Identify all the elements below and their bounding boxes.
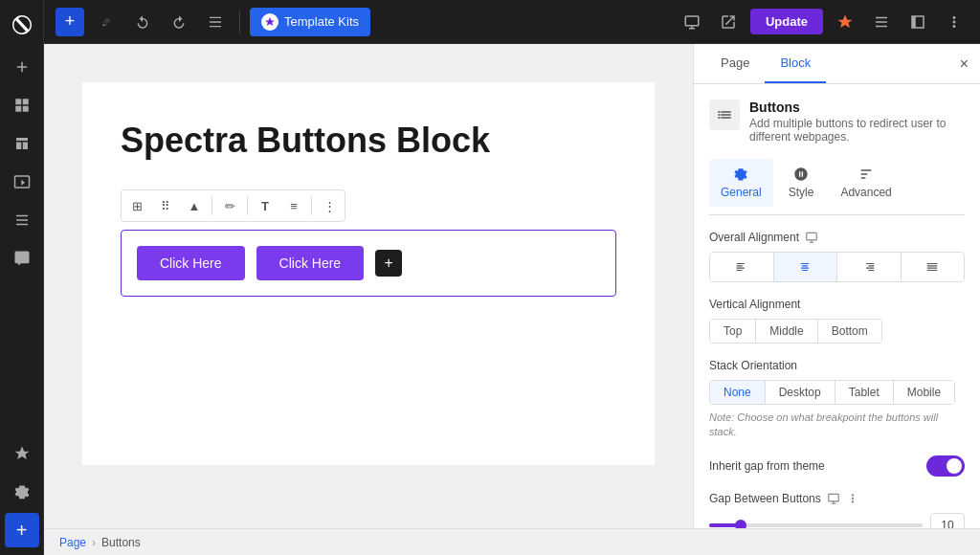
redo-button[interactable] (165, 8, 193, 36)
external-link-button[interactable] (714, 8, 743, 36)
sidebar-item-comments[interactable] (5, 241, 39, 276)
click-here-button-2[interactable]: Click Here (256, 246, 365, 280)
page-title: Spectra Buttons Block (121, 121, 616, 161)
align-left-button[interactable] (710, 253, 774, 281)
stack-tablet-button[interactable]: Tablet (835, 381, 894, 404)
overall-alignment-label: Overall Alignment (709, 231, 965, 244)
toolbar-right: Update (678, 8, 969, 36)
vert-middle-button[interactable]: Middle (756, 320, 817, 343)
stack-orientation-label: Stack Orientation (709, 359, 965, 372)
overall-alignment-row: Overall Alignment (709, 231, 965, 282)
gap-slider-track (709, 523, 923, 527)
patterns-button[interactable] (867, 8, 896, 36)
sidebar-item-layout[interactable] (5, 126, 39, 161)
stack-orientation-group: None Desktop Tablet Mobile (709, 380, 955, 405)
click-here-button-1[interactable]: Click Here (137, 246, 245, 280)
tab-advanced[interactable]: Advanced (829, 159, 902, 207)
vert-bottom-button[interactable]: Bottom (818, 320, 881, 343)
panel-content: Buttons Add multiple buttons to redirect… (694, 84, 980, 528)
tab-advanced-label: Advanced (840, 186, 891, 199)
stack-orientation-row: Stack Orientation None Desktop Tablet Mo… (709, 359, 965, 440)
more-options-button[interactable] (940, 8, 969, 36)
left-sidebar: + (0, 0, 44, 555)
inherit-gap-toggle[interactable] (926, 455, 965, 477)
desktop-view-button[interactable] (678, 8, 706, 36)
wordpress-logo[interactable] (5, 8, 39, 42)
bottom-bar: Page › Buttons (44, 528, 980, 555)
separator3 (311, 196, 312, 215)
inherit-gap-label: Inherit gap from theme (709, 459, 825, 473)
top-toolbar: + Template Kits Update (44, 0, 980, 44)
stack-note: Note: Choose on what breakpoint the butt… (709, 411, 965, 440)
align-right-button[interactable] (837, 253, 902, 281)
tab-block[interactable]: Block (765, 44, 826, 83)
right-panel: Page Block × Buttons Add multiple button… (693, 44, 980, 528)
separator1 (212, 196, 212, 215)
breadcrumb-page[interactable]: Page (59, 536, 86, 549)
add-block-button[interactable]: + (56, 8, 84, 36)
tab-general[interactable]: General (709, 159, 773, 207)
drag-handle[interactable]: ⠿ (152, 192, 179, 219)
align-center-button[interactable] (774, 253, 838, 281)
sidebar-toggle-button[interactable] (903, 8, 932, 36)
template-kits-icon (261, 13, 278, 31)
stack-none-button[interactable]: None (710, 381, 766, 404)
details-button[interactable] (201, 8, 230, 36)
separator2 (247, 196, 248, 215)
gap-slider-thumb[interactable] (735, 520, 746, 528)
sidebar-item-blocks[interactable] (5, 88, 39, 122)
breadcrumb-current: Buttons (101, 536, 141, 549)
tools-button[interactable] (92, 8, 121, 36)
overall-alignment-group (709, 252, 965, 282)
undo-button[interactable] (128, 8, 157, 36)
more-options-icon[interactable]: ⋮ (316, 192, 343, 219)
sidebar-item-patterns[interactable] (5, 203, 39, 237)
gap-between-row: Gap Between Buttons 10 (709, 492, 965, 528)
vertical-alignment-label: Vertical Alignment (709, 298, 965, 311)
panel-close-button[interactable]: × (960, 44, 969, 83)
tab-style-label: Style (789, 186, 814, 199)
toolbar-separator (239, 11, 240, 33)
block-description: Add multiple buttons to redirect user to… (749, 117, 965, 144)
sidebar-item-add[interactable] (5, 50, 39, 84)
stack-mobile-button[interactable]: Mobile (894, 381, 954, 404)
panel-header: Page Block × (694, 44, 980, 84)
sidebar-item-settings[interactable] (5, 475, 39, 509)
gap-slider-row: 10 (709, 513, 965, 528)
tab-page[interactable]: Page (705, 44, 765, 83)
block-toolbar: ⊞ ⠿ ▲ ✏ T ≡ ⋮ (121, 189, 345, 222)
buttons-block: Click Here Click Here + (121, 230, 616, 297)
spectra-button[interactable] (831, 8, 859, 36)
block-info-text: Buttons Add multiple buttons to redirect… (749, 100, 965, 144)
gap-between-label: Gap Between Buttons (709, 492, 965, 505)
vertical-alignment-row: Vertical Alignment Top Middle Bottom (709, 298, 965, 344)
add-button-circle[interactable]: + (375, 250, 402, 277)
gap-slider-value[interactable]: 10 (930, 513, 965, 528)
move-up[interactable]: ▲ (181, 192, 208, 219)
block-icon-container (709, 100, 740, 130)
align-justify-button[interactable] (902, 253, 965, 281)
breadcrumb-separator: › (92, 536, 96, 549)
sidebar-add-button[interactable]: + (5, 513, 39, 547)
align-icon[interactable]: ≡ (280, 192, 307, 219)
template-kits-label: Template Kits (284, 14, 359, 29)
stack-desktop-button[interactable]: Desktop (766, 381, 835, 404)
transform-icon[interactable]: T (252, 192, 278, 219)
pencil-icon[interactable]: ✏ (216, 192, 243, 219)
canvas-area: Spectra Buttons Block ⊞ ⠿ ▲ ✏ T ≡ ⋮ Clic… (82, 82, 655, 465)
block-type-icon[interactable]: ⊞ (123, 192, 150, 219)
update-button[interactable]: Update (750, 9, 823, 34)
block-info: Buttons Add multiple buttons to redirect… (709, 100, 965, 144)
tab-style[interactable]: Style (777, 159, 826, 207)
settings-tabs: General Style Advanced (709, 159, 965, 215)
vertical-alignment-group: Top Middle Bottom (709, 319, 882, 344)
tab-general-label: General (721, 186, 762, 199)
template-kits-button[interactable]: Template Kits (250, 8, 370, 36)
sidebar-item-media[interactable] (5, 165, 39, 199)
sidebar-item-spectra[interactable] (5, 436, 39, 471)
inherit-gap-row: Inherit gap from theme (709, 455, 965, 477)
vert-top-button[interactable]: Top (710, 320, 756, 343)
block-name: Buttons (749, 100, 965, 115)
main-canvas: Spectra Buttons Block ⊞ ⠿ ▲ ✏ T ≡ ⋮ Clic… (44, 44, 693, 528)
